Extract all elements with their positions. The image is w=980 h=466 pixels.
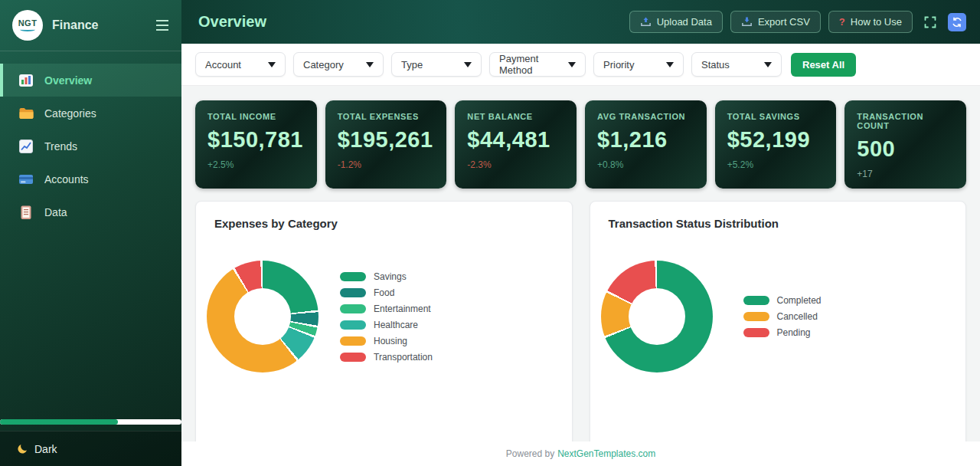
brand-logo-swoosh-icon	[20, 28, 35, 31]
filter-select-label: Priority	[603, 59, 634, 71]
stat-delta: +17	[857, 169, 954, 179]
caret-down-icon	[568, 62, 576, 67]
legend-swatch	[743, 328, 769, 337]
filter-select-label: Payment Method	[499, 53, 568, 76]
reset-all-button[interactable]: Reset All	[791, 53, 856, 77]
legend-swatch	[340, 304, 366, 313]
stat-label: TOTAL EXPENSES	[338, 112, 435, 121]
header-actions: Upload Data Export CSV ? How to Use	[629, 11, 966, 33]
trend-chart-icon	[18, 139, 34, 154]
stat-label: TOTAL SAVINGS	[727, 112, 825, 121]
caret-down-icon	[366, 62, 374, 67]
donut-hole	[234, 288, 291, 345]
content: TOTAL INCOME $150,781 +2.5% TOTAL EXPENS…	[181, 86, 980, 441]
sidebar-item-label: Trends	[44, 140, 77, 153]
filter-select-payment-method[interactable]: Payment Method	[489, 52, 586, 77]
sidebar-progress-bar	[0, 419, 181, 425]
caret-down-icon	[464, 62, 472, 67]
stat-value: $1,216	[597, 127, 694, 153]
upload-icon	[640, 16, 652, 28]
theme-toggle[interactable]: Dark	[0, 431, 181, 466]
theme-toggle-label: Dark	[34, 443, 57, 455]
footer-link[interactable]: NextGenTemplates.com	[557, 448, 655, 459]
filter-bar: Account Category Type Payment Method Pri…	[181, 44, 980, 86]
caret-down-icon	[268, 62, 276, 67]
stat-card-total-savings: TOTAL SAVINGS $52,199 +5.2%	[715, 100, 837, 189]
download-icon	[741, 16, 753, 28]
stat-card-avg-transaction: AVG TRANSACTION $1,216 +0.8%	[585, 100, 707, 189]
upload-data-button[interactable]: Upload Data	[629, 11, 723, 33]
footer: Powered by NextGenTemplates.com	[181, 441, 980, 466]
sidebar-item-data[interactable]: Data	[0, 195, 181, 228]
brand-logo: NGT	[12, 10, 43, 41]
legend-label: Completed	[777, 295, 822, 306]
stat-delta: +2.5%	[207, 159, 305, 170]
legend-item[interactable]: Transportation	[340, 352, 433, 363]
filter-select-account[interactable]: Account	[195, 52, 286, 77]
stat-delta: -1.2%	[338, 159, 435, 170]
legend-swatch	[340, 272, 366, 281]
hamburger-menu-icon[interactable]	[155, 20, 169, 31]
legend-item[interactable]: Housing	[340, 336, 433, 346]
sidebar-progress-fill	[0, 419, 118, 425]
legend-swatch	[340, 288, 366, 297]
chart-card-expenses-by-category: Expenses by Category SavingsFoodEntertai…	[195, 201, 573, 441]
chart-legend: SavingsFoodEntertainmentHealthcareHousin…	[340, 271, 433, 363]
filter-select-status[interactable]: Status	[691, 52, 782, 77]
sidebar-item-overview[interactable]: Overview	[0, 64, 181, 97]
legend-item[interactable]: Savings	[340, 271, 433, 282]
legend-item[interactable]: Entertainment	[340, 304, 433, 314]
legend-label: Housing	[374, 336, 407, 346]
sidebar-item-label: Overview	[44, 74, 92, 87]
chart-title: Expenses by Category	[196, 202, 572, 230]
upload-data-label: Upload Data	[657, 16, 712, 28]
donut-chart-expenses[interactable]	[207, 261, 318, 372]
legend-label: Transportation	[374, 352, 433, 363]
sidebar-item-categories[interactable]: Categories	[0, 97, 181, 130]
chart-body: CompletedCancelledPending	[590, 230, 966, 372]
legend-item[interactable]: Pending	[743, 327, 822, 338]
chart-body: SavingsFoodEntertainmentHealthcareHousin…	[196, 230, 572, 372]
sidebar-item-trends[interactable]: Trends	[0, 130, 181, 162]
sidebar-item-accounts[interactable]: Accounts	[0, 162, 181, 195]
fullscreen-icon	[923, 15, 937, 29]
bar-chart-icon	[18, 73, 34, 88]
legend-item[interactable]: Food	[340, 287, 433, 298]
filter-select-type[interactable]: Type	[391, 52, 482, 77]
stat-value: $52,199	[727, 127, 825, 153]
stat-delta: -2.3%	[467, 159, 564, 170]
main-area: Overview Upload Data Export CSV ? How to…	[181, 0, 980, 466]
filter-select-priority[interactable]: Priority	[593, 52, 684, 77]
sidebar-nav: Overview Categories Trends Accounts Data	[0, 57, 181, 419]
how-to-use-label: How to Use	[851, 16, 902, 28]
filter-select-label: Type	[401, 59, 423, 71]
charts-row: Expenses by Category SavingsFoodEntertai…	[195, 201, 966, 441]
legend-item[interactable]: Cancelled	[743, 311, 822, 322]
legend-swatch	[340, 353, 366, 362]
refresh-button[interactable]	[948, 13, 966, 31]
export-csv-button[interactable]: Export CSV	[730, 11, 821, 33]
legend-label: Cancelled	[777, 311, 818, 322]
folder-icon	[18, 106, 34, 121]
legend-item[interactable]: Healthcare	[340, 320, 433, 330]
filter-select-label: Status	[701, 59, 730, 71]
sidebar-item-label: Categories	[44, 107, 96, 120]
legend-item[interactable]: Completed	[743, 295, 822, 306]
brand-logo-text: NGT	[18, 19, 38, 27]
stat-card-total-expenses: TOTAL EXPENSES $195,261 -1.2%	[325, 100, 447, 189]
footer-text: Powered by	[506, 448, 554, 459]
legend-swatch	[743, 312, 769, 321]
filter-select-category[interactable]: Category	[293, 52, 384, 77]
stat-delta: +5.2%	[727, 159, 825, 170]
export-csv-label: Export CSV	[758, 16, 810, 28]
sidebar-brand: NGT Finance	[0, 0, 181, 51]
stat-card-total-income: TOTAL INCOME $150,781 +2.5%	[195, 100, 317, 189]
stat-delta: +0.8%	[597, 159, 694, 170]
fullscreen-button[interactable]	[920, 12, 940, 32]
donut-chart-status[interactable]	[601, 261, 713, 372]
legend-swatch	[340, 336, 366, 346]
stat-card-transaction-count: TRANSACTION COUNT 500 +17	[844, 100, 966, 189]
legend-label: Healthcare	[374, 320, 418, 330]
how-to-use-button[interactable]: ? How to Use	[828, 11, 913, 33]
question-mark-icon: ?	[839, 16, 845, 28]
